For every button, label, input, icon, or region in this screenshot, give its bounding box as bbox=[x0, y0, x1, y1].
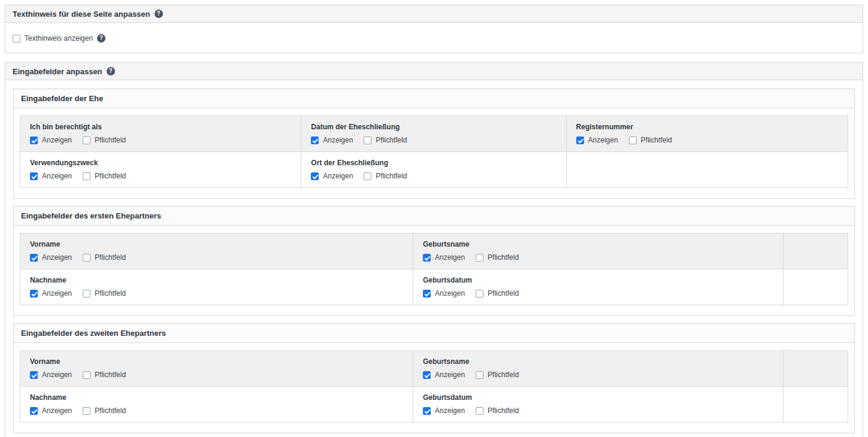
checkbox-checked-icon bbox=[423, 290, 431, 298]
section-ehe-title: Eingabefelder der Ehe bbox=[21, 94, 103, 103]
anzeigen-checkbox[interactable]: Anzeigen bbox=[30, 253, 72, 262]
checkbox-label: Pflichtfeld bbox=[488, 289, 519, 298]
anzeigen-checkbox[interactable]: Anzeigen bbox=[30, 371, 72, 379]
empty-cell bbox=[784, 351, 848, 387]
field-cell-vorname: Vorname Anzeigen Pflichtfeld bbox=[20, 351, 413, 387]
pflichtfeld-checkbox[interactable]: Pflichtfeld bbox=[476, 371, 519, 379]
section-zweiter-ehepartner-header: Eingabefelder des zweiten Ehepartners bbox=[14, 324, 854, 343]
section-ehe-body: Ich bin berechtigt als Anzeigen Pflichtf… bbox=[14, 108, 854, 198]
checkbox-icon bbox=[476, 407, 483, 415]
checkbox-checked-icon bbox=[423, 254, 431, 262]
checkbox-checked-icon bbox=[30, 172, 38, 180]
checkbox-label: Anzeigen bbox=[435, 371, 465, 379]
anzeigen-checkbox[interactable]: Anzeigen bbox=[423, 289, 465, 298]
checkbox-label: Texthinweis anzeigen bbox=[25, 34, 93, 43]
checkbox-icon bbox=[364, 136, 371, 144]
checkbox-label: Pflichtfeld bbox=[95, 172, 126, 180]
help-icon[interactable]: ? bbox=[97, 34, 105, 43]
checkbox-label: Anzeigen bbox=[323, 136, 353, 144]
pflichtfeld-checkbox[interactable]: Pflichtfeld bbox=[83, 172, 126, 180]
anzeigen-checkbox[interactable]: Anzeigen bbox=[30, 406, 72, 415]
pflichtfeld-checkbox[interactable]: Pflichtfeld bbox=[629, 136, 672, 144]
field-cell-datum-eheschliessung: Datum der Eheschließung Anzeigen Pflicht… bbox=[301, 116, 566, 152]
section-ehe: Eingabefelder der Ehe Ich bin berechtigt… bbox=[13, 89, 855, 199]
checkbox-checked-icon bbox=[311, 172, 319, 180]
anzeigen-checkbox[interactable]: Anzeigen bbox=[30, 136, 72, 144]
checkbox-label: Pflichtfeld bbox=[488, 253, 519, 262]
pflichtfeld-checkbox[interactable]: Pflichtfeld bbox=[476, 406, 519, 415]
fields-table-ehe: Ich bin berechtigt als Anzeigen Pflichtf… bbox=[20, 116, 848, 188]
anzeigen-checkbox[interactable]: Anzeigen bbox=[423, 253, 465, 262]
checkbox-label: Pflichtfeld bbox=[95, 371, 126, 379]
anzeigen-checkbox[interactable]: Anzeigen bbox=[423, 406, 465, 415]
texthinweis-card-body: Texthinweis anzeigen ? bbox=[5, 23, 863, 53]
help-icon[interactable]: ? bbox=[107, 67, 115, 75]
anzeigen-checkbox[interactable]: Anzeigen bbox=[423, 371, 465, 379]
table-row: Verwendungszweck Anzeigen Pflichtfeld bbox=[20, 152, 848, 188]
checkbox-label: Anzeigen bbox=[435, 406, 465, 415]
pflichtfeld-checkbox[interactable]: Pflichtfeld bbox=[364, 172, 407, 180]
settings-page: Texthinweis für diese Seite anpassen ? T… bbox=[0, 5, 868, 437]
pflichtfeld-checkbox[interactable]: Pflichtfeld bbox=[83, 253, 126, 262]
checkbox-label: Pflichtfeld bbox=[641, 136, 672, 144]
section-zweiter-ehepartner: Eingabefelder des zweiten Ehepartners Vo… bbox=[13, 323, 855, 433]
texthinweis-anzeigen-checkbox[interactable]: Texthinweis anzeigen ? bbox=[13, 34, 855, 43]
field-cell-geburtsname: Geburtsname Anzeigen Pflichtfeld bbox=[413, 233, 784, 269]
field-cell-geburtsdatum: Geburtsdatum Anzeigen Pflichtfeld bbox=[413, 269, 784, 305]
checkbox-label: Pflichtfeld bbox=[376, 172, 407, 180]
section-erster-ehepartner-title: Eingabefelder des ersten Ehepartners bbox=[21, 211, 161, 220]
section-erster-ehepartner-header: Eingabefelder des ersten Ehepartners bbox=[14, 207, 854, 226]
help-icon[interactable]: ? bbox=[155, 10, 163, 18]
section-zweiter-ehepartner-body: Vorname Anzeigen Pflichtfeld bbox=[14, 343, 854, 433]
empty-cell bbox=[784, 269, 848, 305]
anzeigen-checkbox[interactable]: Anzeigen bbox=[311, 172, 353, 180]
field-label: Verwendungszweck bbox=[30, 159, 291, 167]
texthinweis-card: Texthinweis für diese Seite anpassen ? T… bbox=[5, 5, 863, 53]
checkbox-icon bbox=[83, 407, 90, 415]
section-zweiter-ehepartner-title: Eingabefelder des zweiten Ehepartners bbox=[21, 329, 166, 338]
anzeigen-checkbox[interactable]: Anzeigen bbox=[30, 172, 72, 180]
checkbox-icon bbox=[83, 136, 90, 144]
field-label: Vorname bbox=[30, 240, 403, 248]
checkbox-icon bbox=[629, 136, 637, 144]
checkbox-checked-icon bbox=[423, 407, 431, 415]
checkbox-label: Pflichtfeld bbox=[95, 253, 126, 262]
field-label: Geburtsdatum bbox=[423, 393, 773, 402]
checkbox-label: Pflichtfeld bbox=[95, 136, 126, 144]
checkbox-checked-icon bbox=[30, 371, 38, 379]
section-ehe-header: Eingabefelder der Ehe bbox=[14, 89, 854, 108]
field-label: Nachname bbox=[30, 276, 403, 284]
checkbox-label: Pflichtfeld bbox=[488, 406, 519, 415]
pflichtfeld-checkbox[interactable]: Pflichtfeld bbox=[83, 136, 126, 144]
pflichtfeld-checkbox[interactable]: Pflichtfeld bbox=[83, 289, 126, 298]
checkbox-label: Anzeigen bbox=[435, 253, 465, 262]
checkbox-icon bbox=[364, 172, 371, 180]
table-row: Nachname Anzeigen Pflichtfeld bbox=[20, 387, 848, 423]
fields-table-zweiter-ehepartner: Vorname Anzeigen Pflichtfeld bbox=[20, 350, 848, 423]
anzeigen-checkbox[interactable]: Anzeigen bbox=[30, 289, 72, 298]
section-erster-ehepartner-body: Vorname Anzeigen Pflichtfeld bbox=[14, 226, 854, 315]
checkbox-label: Pflichtfeld bbox=[95, 406, 126, 415]
eingabefelder-card-body: Eingabefelder der Ehe Ich bin berechtigt… bbox=[5, 80, 863, 437]
pflichtfeld-checkbox[interactable]: Pflichtfeld bbox=[476, 253, 519, 262]
texthinweis-card-header: Texthinweis für diese Seite anpassen ? bbox=[5, 5, 863, 23]
pflichtfeld-checkbox[interactable]: Pflichtfeld bbox=[364, 136, 407, 144]
checkbox-label: Pflichtfeld bbox=[95, 289, 126, 298]
fields-table-erster-ehepartner: Vorname Anzeigen Pflichtfeld bbox=[20, 233, 848, 305]
field-cell-registernummer: Registernummer Anzeigen Pflichtfeld bbox=[566, 116, 848, 152]
pflichtfeld-checkbox[interactable]: Pflichtfeld bbox=[83, 406, 126, 415]
field-label: Datum der Eheschließung bbox=[311, 123, 556, 131]
checkbox-icon bbox=[476, 254, 483, 262]
field-cell-nachname: Nachname Anzeigen Pflichtfeld bbox=[20, 387, 413, 423]
anzeigen-checkbox[interactable]: Anzeigen bbox=[311, 136, 353, 144]
field-label: Nachname bbox=[30, 393, 403, 402]
checkbox-label: Anzeigen bbox=[42, 406, 72, 415]
checkbox-label: Anzeigen bbox=[42, 136, 72, 144]
checkbox-label: Anzeigen bbox=[42, 289, 72, 298]
pflichtfeld-checkbox[interactable]: Pflichtfeld bbox=[83, 371, 126, 379]
pflichtfeld-checkbox[interactable]: Pflichtfeld bbox=[476, 289, 519, 298]
field-cell-geburtsdatum: Geburtsdatum Anzeigen Pflichtfeld bbox=[413, 387, 784, 423]
checkbox-icon bbox=[83, 290, 90, 298]
anzeigen-checkbox[interactable]: Anzeigen bbox=[576, 136, 618, 144]
checkbox-icon bbox=[83, 371, 90, 379]
